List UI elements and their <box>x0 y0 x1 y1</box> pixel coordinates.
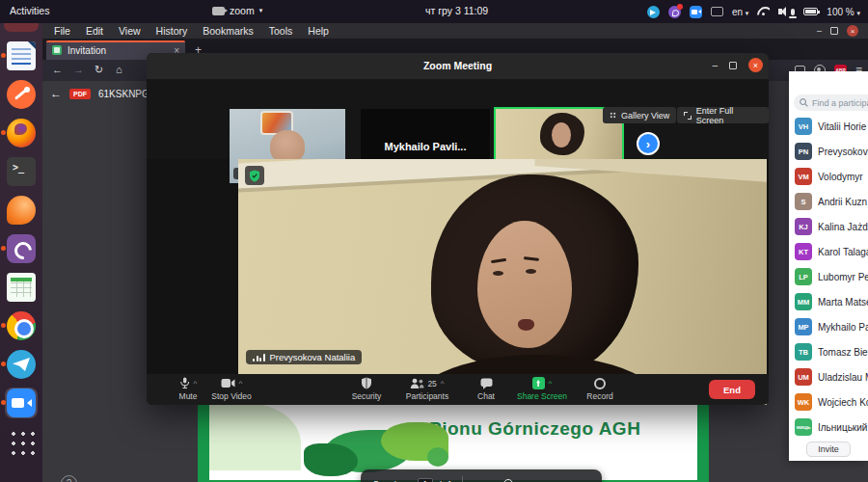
tile-name-text: Mykhailo Pavli... <box>385 141 467 152</box>
end-meeting-button[interactable]: End <box>709 380 755 399</box>
main-speaker-video[interactable]: Prevysokova Nataliia <box>238 159 767 405</box>
dock-postman[interactable] <box>5 79 38 110</box>
participants-button[interactable]: 25 ^ Participants <box>396 376 458 401</box>
dock-telegram[interactable] <box>5 349 38 380</box>
reload-button[interactable]: ↻ <box>95 64 103 76</box>
dock-libreoffice-calc[interactable] <box>5 272 38 303</box>
menu-bookmarks[interactable]: Bookmarks <box>203 25 254 37</box>
help-button[interactable]: ? <box>61 475 77 482</box>
participant-name: Andrii Kuzn <box>818 197 867 207</box>
dock-libreoffice-writer[interactable] <box>5 40 38 71</box>
participant-row[interactable]: UM Uladzislau M <box>789 364 868 389</box>
avatar: PN <box>795 143 812 160</box>
dock-tangerine[interactable] <box>5 195 38 226</box>
back-button[interactable]: ← <box>52 64 63 75</box>
avatar: MP <box>795 318 812 335</box>
participant-row[interactable]: MP Mykhailo Pa <box>789 314 868 339</box>
share-options-caret[interactable]: ^ <box>549 379 553 388</box>
menu-file[interactable]: File <box>54 25 70 37</box>
participants-icon <box>410 378 424 389</box>
participant-row[interactable]: LP Lubomyr Pe <box>789 264 868 289</box>
menu-view[interactable]: View <box>119 25 141 37</box>
firefox-icon <box>7 119 36 147</box>
participant-row[interactable]: MM Marta Matse <box>789 289 868 314</box>
volume-icon[interactable] <box>778 9 782 14</box>
menu-edit[interactable]: Edit <box>86 25 103 37</box>
dock-chrome[interactable] <box>5 310 38 341</box>
next-participants-arrow[interactable]: › <box>637 132 660 155</box>
zoom-tray-icon[interactable] <box>690 6 702 18</box>
fullscreen-icon <box>684 112 692 120</box>
invite-button[interactable]: Invite <box>806 442 851 457</box>
dock-viber[interactable] <box>5 233 38 264</box>
chat-button[interactable]: Chat <box>455 376 517 401</box>
participant-row[interactable]: PN Prevysokova <box>789 139 868 164</box>
participant-row[interactable]: S Andrii Kuzn <box>789 189 868 214</box>
gallery-grid-icon <box>610 112 616 119</box>
video-options-caret[interactable]: ^ <box>239 379 243 388</box>
zoom-window-title: Zoom Meeting <box>147 60 769 71</box>
fullscreen-label: Enter Full Screen <box>696 106 762 125</box>
keyboard-layout[interactable]: en ▾ <box>732 7 748 17</box>
enter-full-screen-button[interactable]: Enter Full Screen <box>677 107 769 123</box>
participant-search-input[interactable]: Find a participant <box>794 94 868 111</box>
maximize-button[interactable] <box>729 62 737 69</box>
menu-help[interactable]: Help <box>308 25 329 37</box>
battery-percent[interactable]: 100 % ▾ <box>827 7 860 17</box>
home-button[interactable]: ⌂ <box>116 64 122 75</box>
participant-row[interactable]: VM Volodymyr <box>789 164 868 189</box>
close-button[interactable]: × <box>748 58 763 72</box>
dock-terminal[interactable] <box>5 156 38 187</box>
zoom-toolbar: ^ Mute ^ Stop Video <box>147 374 769 405</box>
mute-options-caret[interactable]: ^ <box>194 379 198 388</box>
speaker-eye <box>493 271 503 276</box>
forward-button[interactable]: → <box>73 64 84 75</box>
app-indicator-label: zoom <box>230 5 255 16</box>
dock-firefox[interactable] <box>5 118 38 148</box>
activities-button[interactable]: Activities <box>10 5 49 16</box>
participant-row[interactable]: KT Karol Talaga <box>789 239 868 264</box>
minimize-button[interactable]: – <box>712 60 718 70</box>
page-number-input[interactable]: 1 <box>418 478 433 482</box>
close-button[interactable]: × <box>847 25 858 37</box>
video-thumbnail-strip: Vitalii Horielov Mykhailo Pavli... Prevy… <box>147 79 769 159</box>
maximize-button[interactable] <box>830 27 838 35</box>
participant-row[interactable]: VH Vitalii Horie <box>789 114 868 139</box>
stop-video-button[interactable]: ^ Stop Video <box>201 376 262 401</box>
zoom-titlebar[interactable]: Zoom Meeting – × <box>147 53 769 79</box>
share-screen-button[interactable]: ^ Share Screen <box>511 376 573 401</box>
menu-history[interactable]: History <box>156 25 188 37</box>
participant-row[interactable]: TB Tomasz Bie <box>789 339 868 364</box>
clock[interactable]: чт гру 3 11:09 <box>425 5 488 16</box>
participant-name: Prevysokova <box>818 147 868 157</box>
gallery-view-button[interactable]: Gallery View <box>603 107 676 123</box>
mic-status-icon[interactable] <box>791 9 795 15</box>
wifi-icon[interactable] <box>757 7 770 16</box>
avatar: ниць <box>795 418 812 436</box>
participants-caret[interactable]: ^ <box>441 379 445 388</box>
libreoffice-writer-icon <box>7 41 36 70</box>
participant-row[interactable]: ниць Ільницький <box>789 415 868 440</box>
zoom-meeting-window: Zoom Meeting – × Vitalii Horielov Mykhai… <box>147 53 769 405</box>
telegram-icon <box>7 350 36 379</box>
zoom-window-controls: – × <box>712 58 763 72</box>
record-button[interactable]: Record <box>569 376 631 401</box>
postman-icon <box>7 80 36 109</box>
minimize-button[interactable]: – <box>817 26 822 36</box>
app-indicator[interactable]: zoom ▾ <box>212 5 262 16</box>
avatar: WK <box>795 393 812 411</box>
screen-share-tray-icon[interactable] <box>711 7 723 16</box>
encryption-shield-icon[interactable] <box>245 166 264 185</box>
participant-row[interactable]: WK Wojciech Ko <box>789 389 868 415</box>
viewer-back-icon[interactable]: ← <box>50 87 62 100</box>
zoom-out-button[interactable]: − <box>481 478 489 482</box>
telegram-tray-icon[interactable] <box>647 6 660 18</box>
zoom-in-button[interactable]: + <box>529 478 537 482</box>
video-camera-icon <box>221 378 235 388</box>
security-button[interactable]: Security <box>336 376 397 401</box>
participant-row[interactable]: KJ Kalina Jażdż <box>789 214 868 239</box>
viber-tray-icon[interactable] <box>668 6 681 18</box>
dock-show-applications[interactable] <box>5 426 38 457</box>
menu-tools[interactable]: Tools <box>269 25 293 37</box>
dock-zoom[interactable] <box>5 388 38 418</box>
